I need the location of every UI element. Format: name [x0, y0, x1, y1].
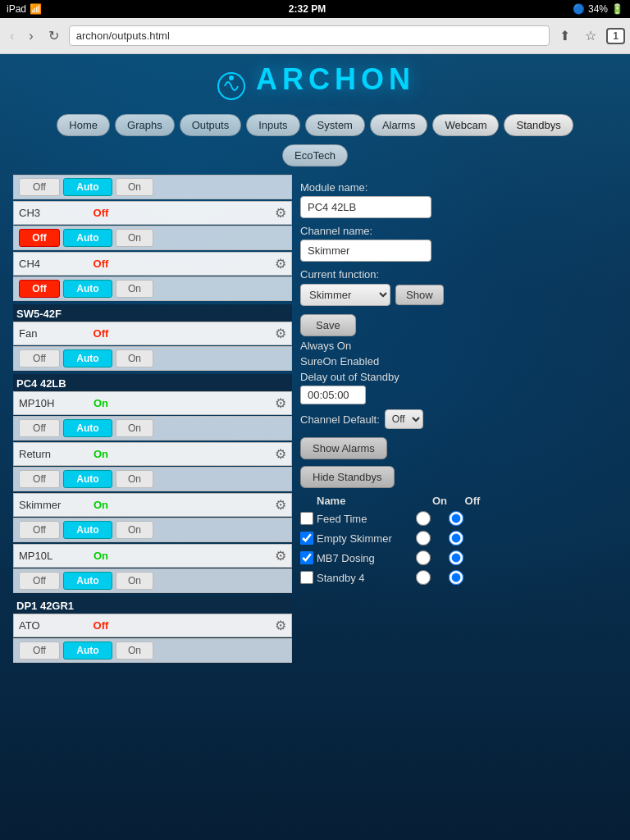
gear-icon-ato[interactable]: ⚙ — [275, 618, 286, 633]
toggle-row-mp10h: Off Auto On — [13, 416, 292, 441]
btn-auto-ato[interactable]: Auto — [63, 641, 112, 660]
channel-name-fan: Fan — [19, 327, 76, 340]
btn-on-mp10l[interactable]: On — [116, 572, 153, 590]
default-row: Channel Default: Off On — [300, 409, 609, 429]
refresh-button[interactable]: ↻ — [43, 26, 64, 45]
standby-name-mb7dosing: MB7 Dosing — [317, 552, 407, 564]
logo-icon — [215, 70, 248, 103]
delay-time-input[interactable] — [300, 386, 366, 404]
radio-on-mb7dosing[interactable] — [416, 550, 431, 565]
channel-default-label: Channel Default: — [300, 413, 380, 426]
battery-icon: 🔋 — [611, 3, 623, 15]
standby-name-emptyskimmer: Empty Skimmer — [317, 532, 407, 545]
checkbox-emptyskimmer[interactable] — [300, 532, 313, 545]
toggle-row-mp10l: Off Auto On — [13, 568, 292, 593]
radio-off-feedtime-cell — [440, 511, 472, 526]
nav-standbys[interactable]: Standbys — [504, 114, 573, 136]
gear-icon-ch4[interactable]: ⚙ — [275, 256, 286, 272]
gear-icon-return[interactable]: ⚙ — [275, 446, 286, 462]
module-name-input[interactable] — [300, 196, 431, 218]
btn-on-return[interactable]: On — [116, 470, 153, 488]
standby-row-feedtime: Feed Time — [300, 509, 609, 528]
btn-auto-mp10h[interactable]: Auto — [63, 419, 112, 437]
btn-on-ato[interactable]: On — [116, 641, 153, 660]
nav-graphs[interactable]: Graphs — [115, 114, 175, 136]
main-content: Off Auto On CH3 Off ⚙ Off Auto On CH4 Of… — [0, 171, 630, 682]
share-icon[interactable]: ⬆ — [555, 26, 575, 45]
gear-icon-mp10h[interactable]: ⚙ — [275, 395, 286, 411]
hide-standbys-button[interactable]: Hide Standbys — [300, 466, 395, 488]
channel-row-fan: Fan Off ⚙ — [13, 322, 292, 345]
channel-name-mp10h: MP10H — [19, 397, 76, 409]
browser-bar: ‹ › ↻ ⬆ ☆ 1 — [0, 18, 630, 54]
btn-auto-mp10l[interactable]: Auto — [63, 572, 112, 590]
channel-status-fan: Off — [76, 327, 126, 340]
nav-home[interactable]: Home — [57, 114, 110, 136]
nav-system[interactable]: System — [305, 114, 365, 136]
btn-auto-ch3[interactable]: Auto — [63, 229, 112, 247]
nav-ecotech[interactable]: EcoTech — [282, 144, 348, 167]
radio-off-emptyskimmer[interactable] — [449, 531, 463, 546]
forward-button[interactable]: › — [24, 27, 38, 45]
show-button[interactable]: Show — [395, 285, 444, 305]
btn-off-skimmer[interactable]: Off — [19, 521, 60, 539]
gear-icon-fan[interactable]: ⚙ — [275, 326, 286, 341]
checkbox-mb7dosing[interactable] — [300, 551, 313, 564]
btn-off-mp10l[interactable]: Off — [19, 572, 60, 590]
checkbox-feedtime[interactable] — [300, 512, 313, 525]
btn-on-ch3[interactable]: On — [116, 229, 153, 247]
btn-off-1[interactable]: Off — [19, 178, 60, 196]
btn-auto-skimmer[interactable]: Auto — [63, 521, 112, 539]
function-select[interactable]: Skimmer Always On Return Pump Light — [300, 284, 390, 306]
gear-icon-ch3[interactable]: ⚙ — [275, 205, 286, 221]
btn-auto-fan[interactable]: Auto — [63, 349, 112, 368]
btn-off-ch3[interactable]: Off — [19, 229, 60, 247]
btn-off-ch4[interactable]: Off — [19, 280, 60, 298]
radio-off-feedtime[interactable] — [449, 511, 463, 526]
btn-off-ato[interactable]: Off — [19, 641, 60, 660]
nav-inputs[interactable]: Inputs — [246, 114, 299, 136]
btn-on-skimmer[interactable]: On — [116, 521, 153, 539]
btn-off-fan[interactable]: Off — [19, 349, 60, 368]
url-input[interactable] — [69, 25, 550, 46]
radio-off-mb7dosing[interactable] — [449, 550, 463, 565]
radio-on-feedtime-cell — [407, 511, 440, 526]
bookmark-icon[interactable]: ☆ — [580, 26, 601, 45]
gear-icon-mp10l[interactable]: ⚙ — [275, 548, 286, 564]
channel-name-mp10l: MP10L — [19, 550, 76, 562]
btn-on-mp10h[interactable]: On — [116, 419, 153, 437]
btn-off-mp10h[interactable]: Off — [19, 419, 60, 437]
page-background: ARCHON Home Graphs Outputs Inputs System… — [0, 54, 630, 840]
wifi-icon: 📶 — [30, 3, 42, 15]
btn-on-fan[interactable]: On — [116, 349, 153, 368]
channel-status-skimmer: On — [76, 499, 126, 511]
radio-on-standby4[interactable] — [416, 570, 431, 585]
gear-icon-skimmer[interactable]: ⚙ — [275, 497, 286, 513]
sw5-group-label: SW5-42F — [13, 304, 292, 322]
checkbox-standby4[interactable] — [300, 571, 313, 584]
channel-status-ch3: Off — [76, 207, 126, 219]
btn-auto-return[interactable]: Auto — [63, 470, 112, 488]
default-select[interactable]: Off On — [385, 409, 423, 429]
nav-alarms[interactable]: Alarms — [370, 114, 427, 136]
radio-on-emptyskimmer[interactable] — [416, 531, 431, 546]
standbys-section: Name On Off Feed Time — [300, 493, 609, 587]
btn-on-ch4[interactable]: On — [116, 280, 153, 298]
header-name: Name — [317, 495, 423, 507]
channel-name-label: Channel name: — [300, 225, 609, 237]
radio-off-mb7dosing-cell — [440, 550, 472, 565]
nav-outputs[interactable]: Outputs — [180, 114, 242, 136]
btn-auto-1[interactable]: Auto — [63, 178, 112, 196]
back-button[interactable]: ‹ — [5, 27, 19, 45]
standby-row-emptyskimmer: Empty Skimmer — [300, 528, 609, 548]
btn-off-return[interactable]: Off — [19, 470, 60, 488]
radio-off-standby4[interactable] — [449, 570, 463, 585]
nav-webcam[interactable]: Webcam — [432, 114, 499, 136]
btn-auto-ch4[interactable]: Auto — [63, 280, 112, 298]
save-button[interactable]: Save — [300, 314, 356, 336]
channel-name-input[interactable] — [300, 240, 431, 262]
btn-on-1[interactable]: On — [116, 178, 153, 196]
radio-on-feedtime[interactable] — [416, 511, 431, 526]
tab-count[interactable]: 1 — [606, 28, 625, 44]
show-alarms-button[interactable]: Show Alarms — [300, 437, 387, 459]
